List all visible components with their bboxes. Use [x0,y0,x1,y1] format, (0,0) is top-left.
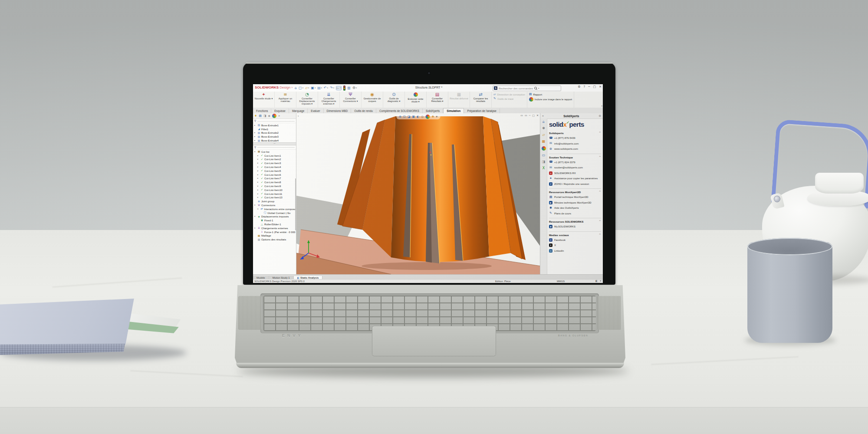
tab-esquisse[interactable]: Esquisse [271,108,289,113]
tab-simulation[interactable]: Simulation [443,108,464,113]
ribbon-tool-conseiller-d-placements-impos-s[interactable]: ◔Conseiller Déplacements imposés ▾ [296,92,318,108]
section-view-icon[interactable]: ◪ [408,115,411,118]
appearances-tab-icon[interactable] [542,146,546,151]
new-file-glyph[interactable]: ▢ [299,86,302,90]
expander-icon[interactable]: ▸ [257,189,260,191]
display-style-icon[interactable]: ◐ [417,115,419,118]
tab-pr-paration-de-l-analyse[interactable]: Préparation de l'analyse [464,108,500,113]
conseiller-d-placements-impos-s-icon[interactable]: ◔ [305,92,309,97]
expander-icon[interactable]: ▸ [257,185,260,187]
nouvelle-tude-icon[interactable]: ✦ [262,92,265,97]
undo-menu-caret-icon[interactable]: ▾ [327,87,328,89]
study-item-roller-slider-1[interactable]: △Roller/Slider-1 [253,222,296,226]
expander-icon[interactable]: ▸ [257,158,260,160]
print-icon[interactable]: ▤▾ [317,86,322,90]
close-icon[interactable]: ✕ [599,85,602,89]
dimxpertmanager-tab-icon[interactable]: ◈ [268,115,270,118]
panel-link-plans-de-cours[interactable]: ✎Plans de cours [549,211,601,217]
expander-icon[interactable]: ▸ [254,139,256,141]
study-item-cut-list-item2[interactable]: ▸✓Cut-List-Item2 [253,158,296,161]
ribbon-tool-conseiller-r-sultats[interactable]: ▤Conseiller Résultats ▾ [427,92,448,108]
expander-icon[interactable]: ▸ [257,162,260,164]
ribbon-tool-outils-de-diagnostic[interactable]: ⊙Outils de diagnostic ▾ [383,92,405,108]
doc-close-icon[interactable]: ✕ [536,114,539,117]
study-item-maillage[interactable]: ▦Maillage [253,234,296,238]
conseiller-chargements-externes-icon[interactable]: ⇊ [327,92,330,97]
doc-prev-window-icon[interactable]: ▭ [520,114,523,117]
expander-icon[interactable]: ▸ [257,177,260,179]
panel-link-assistance-pour-copier-les-param-tres[interactable]: ✦Assistance pour copier les paramètres [549,176,601,181]
panel-link-linkedin[interactable]: inLinkedIn [549,248,601,254]
home-icon[interactable]: ⌂ [295,86,297,90]
trackpad[interactable] [372,326,496,356]
panel-link-facebook[interactable]: fFacebook [549,237,601,243]
keyboard[interactable] [263,296,596,331]
search-icon[interactable] [534,87,537,89]
gestionnaire-de-coques-icon[interactable]: ◉ [370,92,374,97]
study-item-cut-list-item3[interactable]: ▸✓Cut-List-Item3 [253,161,296,165]
expander-icon[interactable]: ▾ [254,151,256,153]
displaymanager-tab-icon[interactable] [272,114,276,118]
select-icon[interactable]: ▻▾ [336,86,342,90]
expander-icon[interactable]: ▸ [257,170,260,172]
study-item-connexions[interactable]: ▾ΨConnexions [253,203,296,207]
tab-compl-ments-de-solidworks[interactable]: Compléments de SOLIDWORKS [376,108,423,113]
propertymanager-tab-icon[interactable]: ▤ [259,115,262,118]
inclure-une-image-dans-le-rapport-icon[interactable] [529,97,533,102]
solidxperts-tab-icon[interactable]: X [542,167,545,170]
study-item-interactions-entre-composa[interactable]: ▾⇄Interactions entre composa [253,207,296,211]
collapse-section-icon[interactable]: ^ [599,191,601,194]
outils-de-diagnostic-icon[interactable]: ⊙ [392,92,395,97]
rebuild-glyph[interactable] [343,85,345,91]
panel-link-minutes-techniques-monxpert3d[interactable]: ▶Minutes techniques MonXpert3D [549,200,601,206]
expander-icon[interactable]: ▸ [257,166,260,168]
panel-link-x[interactable]: XX [549,243,601,248]
new-file-menu-caret-icon[interactable]: ▾ [302,87,303,89]
study-item-cut-list-item13[interactable]: ▸✓Cut-List-Item13 [253,196,296,200]
select-glyph[interactable]: ▻ [337,86,339,90]
collapse-section-icon[interactable]: ^ [599,220,601,223]
options-menu-caret-icon[interactable]: ▾ [356,87,357,89]
ribbon-tool-nouvelle-tude[interactable]: ✦Nouvelle étude ▾ [253,92,275,108]
tree-item-boss-extrude2[interactable]: ▸▧Boss-Extrude2 [253,131,296,135]
options-icon[interactable]: ⚙▾ [352,86,357,90]
expander-icon[interactable]: ▸ [257,196,260,198]
expander-icon[interactable]: ▾ [254,227,256,229]
hide-show-icon[interactable]: ◎ [421,115,424,118]
dissection-de-conception-icon[interactable]: ▱ [493,93,496,96]
search-options-caret-icon[interactable]: ▾ [538,87,539,89]
comparer-les-r-sultats-icon[interactable]: ⇄ [479,92,482,97]
expander-icon[interactable]: ▸ [257,181,260,183]
file-properties-glyph[interactable]: ▥ [347,86,351,90]
tree-item-boss-extrude3[interactable]: ▸▧Boss-Extrude3 [253,135,296,138]
panel-link-www-solidxperts-com[interactable]: ⊚www.solidxperts.com [549,146,601,152]
expander-icon[interactable]: ▾ [257,208,260,210]
ribbon-tool-ex-cuter-cette-tude[interactable]: Exécuter cette étude ▾ [405,92,427,108]
undo-glyph[interactable]: ↶ [324,86,327,90]
study-item-d-placements-impos-s[interactable]: ▾◈Déplacements imposés [253,215,296,219]
doc-restore-icon[interactable]: ▢ [532,114,535,117]
doc-next-window-icon[interactable]: ▭ [525,114,527,117]
doc-minimize-icon[interactable]: ─ [529,114,531,117]
ribbon-tool-comparer-les-r-sultats[interactable]: ⇄Comparer les résultats [470,92,492,108]
ribbon-scroll-icon[interactable]: ▴ [601,104,602,107]
study-item-fixed-1[interactable]: ▼Fixed-1 [253,218,296,222]
ribbon-tool-gestionnaire-de-coques[interactable]: ◉Gestionnaire de coques [362,92,383,108]
panel-splitter[interactable]: ••• [253,142,296,145]
status-units[interactable]: MMGS [557,280,565,283]
study-item-options-des-r-sultats[interactable]: ▥Options des résultats [253,237,296,241]
study-item-force-1-par-entit-3-000[interactable]: ↓Force-1 (Par entité: -3 000 [253,230,296,234]
section-header-soutien-technique[interactable]: Soutien Technique^ [549,155,601,160]
study-item-cut-list-item4[interactable]: ▸✓Cut-List-Item4 [253,165,296,169]
settings-icon[interactable]: ⚙ [578,85,580,89]
appliquer-un-mat-riau-icon[interactable]: ≡ [283,92,287,97]
view-settings-icon[interactable]: ▾ [436,115,437,118]
file-properties-icon[interactable]: ▥ [347,86,351,90]
collapse-section-icon[interactable]: ^ [599,132,601,135]
section-header-solidxperts[interactable]: Solidxperts^ [549,131,601,135]
panel-link-aide-des-outilsxperts[interactable]: ✱Aide des OutilsXperts [549,205,601,211]
minimize-icon[interactable]: ─ [588,85,590,89]
command-search-box[interactable]: S Rechercher des commandes ▾ [493,85,561,91]
zoom-to-fit-icon[interactable]: ⊕ [399,115,401,118]
study-item-joint-group[interactable]: ⊕Joint group [253,199,296,203]
